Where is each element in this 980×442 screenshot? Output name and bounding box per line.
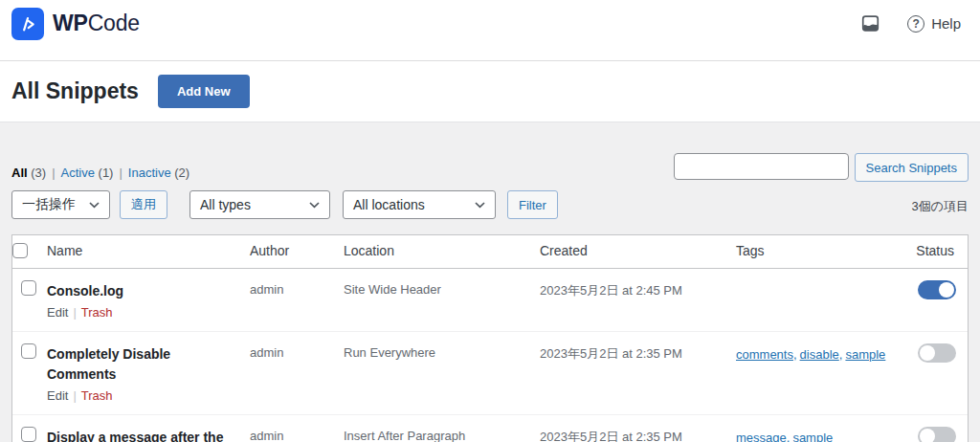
separator: | xyxy=(52,166,55,180)
select-all-checkbox[interactable] xyxy=(12,243,28,258)
edit-link[interactable]: Edit xyxy=(47,305,68,320)
status-cell xyxy=(880,269,968,331)
trash-link[interactable]: Trash xyxy=(81,305,113,320)
wpcode-logo-icon xyxy=(11,8,44,40)
brand-wp: WP xyxy=(53,11,88,35)
row-checkbox-cell xyxy=(12,332,47,414)
help-button[interactable]: ? Help xyxy=(907,15,961,33)
view-inactive-link[interactable]: Inactive (2) xyxy=(128,166,189,180)
name-cell: Console.log Edit|Trash xyxy=(47,269,250,331)
view-all-label: All xyxy=(11,166,28,180)
chevron-down-icon xyxy=(309,202,320,209)
filter-button[interactable]: Filter xyxy=(507,190,558,219)
edit-link[interactable]: Edit xyxy=(47,388,68,403)
table-row: Completely Disable Comments Edit|Trash a… xyxy=(12,332,968,415)
row-checkbox[interactable] xyxy=(21,280,36,296)
type-filter-select[interactable]: All types xyxy=(189,190,330,219)
tags-cell xyxy=(736,269,880,331)
type-filter-value: All types xyxy=(200,197,251,212)
page-header: All Snippets Add New xyxy=(0,61,980,122)
bulk-action-value: 一括操作 xyxy=(22,196,76,213)
toggle-knob xyxy=(920,429,935,442)
top-bar: WPCode ? Help xyxy=(0,0,980,61)
list-toolbar: All (3)|Active (1)|Inactive (2) Search S… xyxy=(11,122,969,182)
notifications-icon[interactable] xyxy=(860,13,880,33)
column-header-created: Created xyxy=(540,235,736,268)
row-actions: Edit|Trash xyxy=(47,388,227,403)
row-checkbox[interactable] xyxy=(21,427,36,442)
snippets-table: Name Author Location Created Tags Status… xyxy=(11,234,969,442)
view-inactive-count: (2) xyxy=(174,166,189,180)
location-cell: Insert After Paragraph xyxy=(344,415,540,442)
tag-link[interactable]: comments xyxy=(736,347,793,362)
separator: , xyxy=(793,347,797,362)
apply-button[interactable]: 適用 xyxy=(120,190,167,219)
toggle-knob xyxy=(939,282,954,298)
header-checkbox-cell xyxy=(12,235,47,268)
created-cell: 2023年5月2日 at 2:45 PM xyxy=(540,269,736,331)
location-filter-select[interactable]: All locations xyxy=(343,190,496,219)
column-header-location: Location xyxy=(344,235,540,268)
separator: , xyxy=(839,347,843,362)
created-cell: 2023年5月2日 at 2:35 PM xyxy=(540,415,736,442)
column-header-status: Status xyxy=(880,235,968,268)
view-active-count: (1) xyxy=(99,166,114,180)
table-row: Display a message after the 1st paragrap… xyxy=(12,415,968,442)
page-title: All Snippets xyxy=(11,78,139,104)
view-inactive-label: Inactive xyxy=(128,166,171,180)
items-count: 3個の項目 xyxy=(911,198,969,215)
view-all-link[interactable]: All (3) xyxy=(11,166,46,180)
brand-name: WPCode xyxy=(53,11,140,36)
location-filter-value: All locations xyxy=(353,197,425,212)
question-icon: ? xyxy=(907,15,924,33)
separator: | xyxy=(119,166,122,180)
column-header-author: Author xyxy=(250,235,344,268)
row-checkbox[interactable] xyxy=(21,343,36,359)
location-cell: Site Wide Header xyxy=(344,269,540,331)
view-active-label: Active xyxy=(61,166,95,180)
tags-cell: comments,disable,sample xyxy=(736,332,880,414)
author-cell: admin xyxy=(250,332,344,414)
trash-link[interactable]: Trash xyxy=(81,388,113,403)
snippet-name-link[interactable]: Display a message after the 1st paragrap… xyxy=(47,428,227,442)
wpcode-brand: WPCode xyxy=(11,8,140,40)
snippet-name-link[interactable]: Completely Disable Comments xyxy=(47,344,227,384)
status-cell xyxy=(880,415,968,442)
help-label: Help xyxy=(931,15,961,32)
status-filter-links: All (3)|Active (1)|Inactive (2) xyxy=(11,166,189,180)
brand-code: Code xyxy=(88,11,140,35)
name-cell: Completely Disable Comments Edit|Trash xyxy=(47,332,250,414)
status-toggle[interactable] xyxy=(918,427,956,442)
search-input[interactable] xyxy=(674,153,849,180)
search-form: Search Snippets xyxy=(674,153,969,182)
tags-cell: message,sample xyxy=(736,415,880,442)
topbar-actions: ? Help xyxy=(860,13,961,33)
status-toggle[interactable] xyxy=(918,280,956,299)
created-cell: 2023年5月2日 at 2:35 PM xyxy=(540,332,736,414)
name-cell: Display a message after the 1st paragrap… xyxy=(47,415,250,442)
content-area: All (3)|Active (1)|Inactive (2) Search S… xyxy=(0,122,980,442)
separator: , xyxy=(787,431,791,442)
tag-link[interactable]: disable xyxy=(800,347,839,362)
add-new-button[interactable]: Add New xyxy=(158,75,250,108)
column-header-name: Name xyxy=(47,235,250,268)
author-cell: admin xyxy=(250,269,344,331)
bulk-action-select[interactable]: 一括操作 xyxy=(11,190,110,219)
table-row: Console.log Edit|Trash admin Site Wide H… xyxy=(12,269,968,332)
search-snippets-button[interactable]: Search Snippets xyxy=(855,153,969,182)
tag-link[interactable]: sample xyxy=(792,431,833,442)
tag-link[interactable]: message xyxy=(736,431,787,442)
table-header-row: Name Author Location Created Tags Status xyxy=(12,235,968,269)
chevron-down-icon xyxy=(89,202,100,209)
row-checkbox-cell xyxy=(12,415,47,442)
view-active-link[interactable]: Active (1) xyxy=(61,166,114,180)
bulk-actions-row: 一括操作 適用 All types All locations Filter 3… xyxy=(11,190,969,219)
chevron-down-icon xyxy=(475,202,485,209)
separator: | xyxy=(73,305,76,320)
author-cell: admin xyxy=(250,415,344,442)
snippet-name-link[interactable]: Console.log xyxy=(47,281,123,300)
row-checkbox-cell xyxy=(12,269,47,331)
status-toggle[interactable] xyxy=(918,343,956,363)
row-actions: Edit|Trash xyxy=(47,305,227,320)
view-all-count: (3) xyxy=(31,166,46,180)
